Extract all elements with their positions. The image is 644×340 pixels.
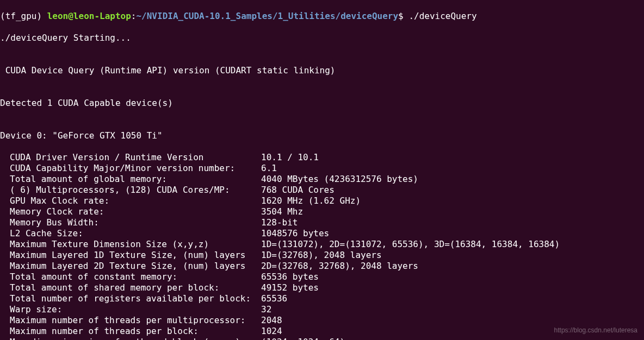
prompt-path: ~/NVIDIA_CUDA-10.1_Samples/1_Utilities/d… [136,11,398,21]
property-key: Maximum number of threads per multiproce… [0,315,261,326]
property-row: Maximum number of threads per multiproce… [0,315,644,326]
property-key: Max dimension size of a thread block (x,… [0,337,261,340]
property-row: CUDA Driver Version / Runtime Version10.… [0,152,644,163]
property-value: 65536 bytes [261,272,319,282]
property-row: Maximum number of threads per block:1024 [0,326,644,337]
property-key: Maximum Texture Dimension Size (x,y,z) [0,239,261,250]
property-key: Memory Bus Width: [0,217,261,228]
property-row: Total amount of shared memory per block:… [0,282,644,293]
property-value: 49152 bytes [261,282,319,293]
property-value: 2048 [261,315,282,326]
property-value: 3504 Mhz [261,206,303,217]
property-value: (1024, 1024, 64) [261,337,345,340]
property-key: Total amount of constant memory: [0,272,261,282]
prompt-userhost: leon@leon-Laptop [47,11,131,21]
property-row: CUDA Capability Major/Minor version numb… [0,163,644,174]
prompt-line: (tf_gpu) leon@leon-Laptop:~/NVIDIA_CUDA-… [0,11,644,22]
terminal-output[interactable]: (tf_gpu) leon@leon-Laptop:~/NVIDIA_CUDA-… [0,0,644,340]
property-value: 128-bit [261,217,298,228]
property-value: 768 CUDA Cores [261,185,335,196]
property-value: 65536 [261,293,287,304]
property-row: Total number of registers available per … [0,293,644,304]
property-key: Total amount of global memory: [0,174,261,185]
property-row: Total amount of global memory:4040 MByte… [0,174,644,185]
output-line-starting: ./deviceQuery Starting... [0,33,644,43]
property-row: ( 6) Multiprocessors, (128) CUDA Cores/M… [0,185,644,196]
property-row: Maximum Layered 2D Texture Size, (num) l… [0,261,644,272]
property-value: 1D=(32768), 2048 layers [261,250,382,261]
property-value: 6.1 [261,163,277,174]
property-row: Warp size:32 [0,304,644,315]
output-device: Device 0: "GeForce GTX 1050 Ti" [0,130,644,141]
property-key: Total number of registers available per … [0,293,261,304]
property-key: Memory Clock rate: [0,206,261,217]
prompt-env: (tf_gpu) [0,11,47,21]
property-value: 1048576 bytes [261,228,329,239]
property-key: Maximum Layered 2D Texture Size, (num) l… [0,261,261,272]
property-key: Maximum number of threads per block: [0,326,261,337]
property-value: 32 [261,304,271,315]
property-key: L2 Cache Size: [0,228,261,239]
property-row: GPU Max Clock rate:1620 MHz (1.62 GHz) [0,196,644,206]
property-key: CUDA Capability Major/Minor version numb… [0,163,261,174]
property-row: Max dimension size of a thread block (x,… [0,337,644,340]
property-value: 1D=(131072), 2D=(131072, 65536), 3D=(163… [261,239,560,250]
entered-command: ./deviceQuery [408,11,476,21]
property-key: CUDA Driver Version / Runtime Version [0,152,261,163]
property-key: Maximum Layered 1D Texture Size, (num) l… [0,250,261,261]
prompt-dollar: $ [398,11,408,21]
property-value: 10.1 / 10.1 [261,152,319,163]
property-key: Warp size: [0,304,261,315]
property-key: ( 6) Multiprocessors, (128) CUDA Cores/M… [0,185,261,196]
property-row: Maximum Texture Dimension Size (x,y,z)1D… [0,239,644,250]
property-row: Total amount of constant memory:65536 by… [0,272,644,282]
property-row: Memory Bus Width:128-bit [0,217,644,228]
property-value: 1024 [261,326,282,337]
property-value: 1620 MHz (1.62 GHz) [261,196,361,206]
property-key: GPU Max Clock rate: [0,196,261,206]
property-value: 2D=(32768, 32768), 2048 layers [261,261,418,272]
property-row: L2 Cache Size:1048576 bytes [0,228,644,239]
device-properties-list: CUDA Driver Version / Runtime Version10.… [0,152,644,340]
property-value: 4040 MBytes (4236312576 bytes) [261,174,418,185]
watermark-text: https://blog.csdn.net/luteresa [554,326,637,335]
output-detected: Detected 1 CUDA Capable device(s) [0,98,644,109]
property-row: Memory Clock rate:3504 Mhz [0,206,644,217]
property-key: Total amount of shared memory per block: [0,282,261,293]
output-header: CUDA Device Query (Runtime API) version … [0,65,644,76]
property-row: Maximum Layered 1D Texture Size, (num) l… [0,250,644,261]
